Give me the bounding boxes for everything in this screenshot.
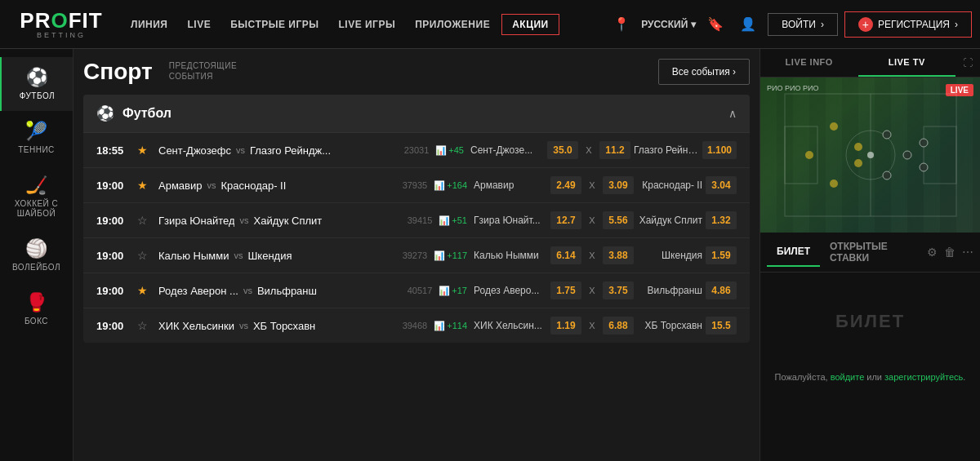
event-stats[interactable]: 📊 +51: [439, 215, 467, 226]
register-plus-icon: +: [858, 17, 873, 32]
sidebar-item-tennis[interactable]: 🎾 ТЕННИС: [0, 111, 73, 165]
odds-group: Родез Аверо... 1.75 X 3.75 Вильфранш 4.8…: [474, 281, 737, 299]
sidebar-item-boxing[interactable]: 🥊 БОКС: [0, 282, 73, 336]
favorite-star[interactable]: ☆: [137, 249, 152, 262]
nav-quick-games[interactable]: БЫСТРЫЕ ИГРЫ: [222, 14, 327, 35]
odds-group: Сент-Джозе... 35.0 X 11.2 Глазго Рейнд..…: [470, 141, 737, 159]
odds1-button[interactable]: 2.49: [550, 176, 581, 194]
event-stats[interactable]: 📊 +45: [435, 145, 464, 156]
event-teams: Армавир vs Краснодар- II: [158, 180, 385, 192]
odds2-button[interactable]: 1.59: [706, 246, 737, 264]
tab-live-info[interactable]: LIVE INFO: [760, 49, 858, 77]
event-time: 19:00: [96, 320, 131, 332]
center-content: Спорт ПРЕДСТОЯЩИЕ СОБЫТИЯ Все события › …: [74, 49, 760, 461]
event-teams: ХИК Хельсинки vs ХБ Торсхавн: [158, 320, 385, 332]
svg-point-9: [854, 159, 862, 167]
sport-header: Спорт ПРЕДСТОЯЩИЕ СОБЫТИЯ Все события ›: [83, 59, 750, 85]
odds2-button[interactable]: 3.04: [706, 176, 737, 194]
nav-app[interactable]: ПРИЛОЖЕНИЕ: [407, 14, 498, 35]
table-row: 19:00 ★ Родез Аверон ... vs Вильфранш 40…: [83, 273, 750, 308]
section-football-icon: ⚽: [96, 104, 114, 122]
nav-live-games[interactable]: LIVE ИГРЫ: [330, 14, 403, 35]
table-row: 19:00 ☆ ХИК Хельсинки vs ХБ Торсхавн 394…: [83, 308, 750, 343]
ticket-tab-open[interactable]: ОТКРЫТЫЕ СТАВКИ: [820, 233, 927, 272]
event-stats[interactable]: 📊 +17: [439, 286, 467, 296]
register-button[interactable]: + РЕГИСТРАЦИЯ ›: [844, 11, 972, 38]
favorite-star[interactable]: ☆: [137, 319, 152, 332]
event-stats[interactable]: 📊 +117: [434, 250, 467, 261]
ticket-empty-label: БИЛЕТ: [835, 311, 905, 332]
sidebar-item-hockey[interactable]: 🏒 ХОККЕЙ С ШАЙБОЙ: [0, 165, 73, 228]
ticket-trash-icon[interactable]: 🗑: [944, 246, 956, 259]
odds1-button[interactable]: 6.14: [550, 246, 581, 264]
sidebar-item-volleyball[interactable]: 🏐 ВОЛЕЙБОЛ: [0, 228, 73, 282]
nav-live[interactable]: LIVE: [179, 14, 219, 35]
expand-icon[interactable]: ⛶: [956, 49, 980, 77]
oddsx-button[interactable]: 3.88: [603, 246, 634, 264]
football-section: ⚽ Футбол ∧ 18:55 ★ Сент-Джозефс vs Глазг…: [83, 95, 750, 343]
oddsx-button[interactable]: 3.09: [603, 176, 634, 194]
oddsx-button[interactable]: 11.2: [599, 141, 630, 159]
market1-label: Родез Аверо...: [474, 285, 547, 296]
event-time: 18:55: [96, 144, 131, 157]
ticket-more-icon[interactable]: ⋯: [962, 246, 973, 259]
odds1-button[interactable]: 1.19: [550, 317, 581, 335]
ticket-actions: ⚙ 🗑 ⋯: [927, 246, 973, 259]
main-layout: ⚽ ФУТБОЛ 🎾 ТЕННИС 🏒 ХОККЕЙ С ШАЙБОЙ 🏐 ВО…: [0, 49, 980, 461]
favorite-star[interactable]: ☆: [137, 214, 152, 227]
user-icon[interactable]: 👤: [735, 11, 761, 38]
all-events-button[interactable]: Все события ›: [658, 59, 750, 85]
logo[interactable]: PROFIT BETTING: [8, 10, 114, 39]
odds-group: Калью Нымми 6.14 X 3.88 Шкендия 1.59: [474, 246, 737, 264]
language-selector[interactable]: РУССКИЙ ▾: [641, 19, 696, 30]
favorite-star[interactable]: ★: [137, 144, 152, 157]
event-stats[interactable]: 📊 +114: [434, 321, 467, 331]
oddsx-button[interactable]: 6.88: [603, 317, 634, 335]
sport-subtitle: ПРЕДСТОЯЩИЕ СОБЫТИЯ: [169, 60, 237, 85]
event-time: 19:00: [96, 250, 131, 262]
nav-promotions[interactable]: АКЦИИ: [501, 14, 559, 35]
table-row: 19:00 ☆ Калью Нымми vs Шкендия 39273 📊 +…: [83, 238, 750, 273]
bookmark-icon[interactable]: 🔖: [702, 11, 728, 38]
event-teams: Родез Аверон ... vs Вильфранш: [158, 285, 390, 297]
sidebar-item-football[interactable]: ⚽ ФУТБОЛ: [0, 57, 73, 111]
ticket-tab-ticket[interactable]: БИЛЕТ: [767, 237, 820, 267]
register-link[interactable]: зарегистрируйтесь: [884, 372, 963, 382]
market2-label: Глазго Рейнд...: [634, 144, 699, 156]
svg-point-12: [883, 171, 891, 180]
event-id: 39415: [396, 215, 432, 225]
location-icon[interactable]: 📍: [608, 11, 635, 38]
sport-title: Спорт: [83, 59, 153, 85]
odds2-button[interactable]: 1.32: [706, 211, 737, 229]
event-time: 19:00: [96, 285, 131, 297]
oddsx-button[interactable]: 3.75: [603, 281, 634, 299]
event-time: 19:00: [96, 215, 131, 227]
boxing-icon: 🥊: [25, 292, 47, 313]
event-id: 40517: [396, 286, 432, 295]
odds-group: Гзира Юнайт... 12.7 X 5.56 Хайдук Сплит …: [474, 211, 737, 229]
top-navigation: PROFIT BETTING ЛИНИЯ LIVE БЫСТРЫЕ ИГРЫ L…: [0, 0, 980, 49]
login-link[interactable]: войдите: [831, 372, 865, 382]
favorite-star[interactable]: ★: [137, 284, 152, 297]
odds2-button[interactable]: 1.100: [702, 141, 737, 159]
login-button[interactable]: ВОЙТИ ›: [768, 13, 838, 36]
hockey-icon: 🏒: [25, 175, 47, 196]
section-collapse-icon[interactable]: ∧: [728, 107, 737, 120]
event-stats[interactable]: 📊 +164: [434, 180, 467, 191]
favorite-star[interactable]: ★: [137, 179, 152, 192]
tab-live-tv[interactable]: LIVE TV: [858, 49, 956, 77]
field-svg: [760, 78, 980, 233]
odds2-button[interactable]: 4.86: [706, 281, 737, 299]
svg-point-15: [867, 152, 874, 158]
nav-liniya[interactable]: ЛИНИЯ: [122, 14, 176, 35]
odds2-button[interactable]: 15.5: [706, 317, 737, 335]
odds1-button[interactable]: 12.7: [550, 211, 581, 229]
oddsx-button[interactable]: 5.56: [603, 211, 634, 229]
draw-label: X: [581, 145, 596, 155]
odds1-button[interactable]: 35.0: [547, 141, 578, 159]
ticket-settings-icon[interactable]: ⚙: [927, 246, 938, 259]
odds1-button[interactable]: 1.75: [550, 281, 581, 299]
draw-label: X: [585, 321, 599, 330]
odds-group: ХИК Хельсин... 1.19 X 6.88 ХБ Торсхавн 1…: [474, 317, 737, 335]
event-id: 23031: [393, 145, 429, 155]
